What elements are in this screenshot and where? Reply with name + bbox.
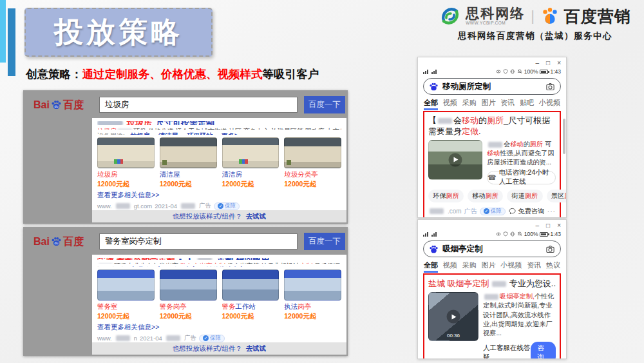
- sike-network-name: 思科网络: [466, 6, 525, 20]
- baidu-logo-cn: 百度: [63, 237, 84, 247]
- attr-link[interactable]: 交通警务亭: [131, 266, 163, 267]
- product-card-row: 垃圾房 12000元起 清洁屋 12000元起 清洁房 12000元起 垃圾分类…: [97, 137, 341, 189]
- product-card[interactable]: 警务工作站 12000元起: [222, 270, 279, 321]
- baidu-logo: Bai du 百度: [33, 236, 93, 247]
- product-card[interactable]: 垃圾房 12000元起: [97, 137, 155, 189]
- ad-title-keyword[interactable]: 盐城 警务室岗亭定制: [97, 258, 175, 260]
- product-card[interactable]: 清洁屋 12000元起: [160, 137, 217, 189]
- phone-consult-button[interactable]: ☎ 电话咨询:24小时人工在线: [487, 171, 556, 184]
- mobile-ad-card-highlighted[interactable]: 盐城 吸烟亭定制 专业为您设.. 00:36 吸烟亭定制,个性化定制,款式时尚新…: [423, 273, 561, 359]
- desc-keyword: 移动: [487, 150, 500, 157]
- try-it-link[interactable]: 去试试: [246, 212, 267, 221]
- scrollbar[interactable]: [563, 119, 565, 154]
- tab-images[interactable]: 图片: [481, 260, 495, 273]
- attr-link[interactable]: 环保驿站: [187, 132, 213, 135]
- shield-icon: [503, 69, 508, 74]
- attr-more-link[interactable]: 更多>: [222, 132, 238, 135]
- bell-off-icon: [517, 231, 522, 237]
- card-title-kw: 警务岗亭: [160, 302, 187, 310]
- tab-all[interactable]: 全部: [424, 98, 438, 110]
- vibrate-icon: [510, 69, 515, 74]
- tab-images[interactable]: 图片: [481, 98, 495, 110]
- try-it-link[interactable]: 去试试: [246, 344, 267, 353]
- product-card[interactable]: 执法岗亭 12000元起: [284, 270, 341, 321]
- desc-keyword: 移动: [510, 141, 523, 148]
- more-options-icon[interactable]: ···: [547, 208, 556, 215]
- ad-desc-keyword: 警务室岗亭定制: [180, 262, 225, 263]
- signal-icon: [431, 70, 437, 74]
- result-tabs: 全部 视频 采购 图片 资讯 贴吧 小视频: [423, 98, 561, 110]
- card-title-kw: 警务室: [97, 302, 118, 310]
- camera-icon[interactable]: [545, 82, 555, 92]
- product-card[interactable]: 警务室 12000元起: [97, 270, 155, 321]
- attr-link[interactable]: 城管执法岗亭: [206, 266, 245, 267]
- search-query-text: 移动厕所定制: [442, 81, 542, 92]
- mobile-search-bar[interactable]: 吸烟亭定制: [423, 240, 561, 257]
- close-button[interactable]: ×: [557, 60, 561, 66]
- product-card[interactable]: 警务岗亭 12000元起: [160, 270, 217, 321]
- tag-button[interactable]: 景区厕所: [547, 190, 567, 202]
- ad-title-keyword[interactable]: 垃圾房: [127, 121, 152, 125]
- blurred-text: [438, 118, 452, 124]
- close-button[interactable]: ×: [557, 222, 561, 229]
- tab-mini-video[interactable]: 小视频: [539, 98, 560, 110]
- see-more-link[interactable]: 查看更多相关信息>>: [97, 191, 341, 200]
- desktop-serp-screenshot-police-booth: Bai du 百度 警务室岗亭定制 百度一下 盐城 警务室岗亭定制 - 【 定制…: [23, 227, 348, 356]
- ad-title[interactable]: 【会移动的厕所_尺寸可根据需要量身定做.: [428, 115, 556, 137]
- ad-label: 广告: [464, 207, 477, 216]
- maximize-button[interactable]: □: [546, 222, 550, 229]
- tab-video[interactable]: 视频: [443, 98, 457, 110]
- ad-title[interactable]: 垃圾房 尺寸可按需定制: [97, 121, 341, 125]
- mobile-search-bar[interactable]: 移动厕所定制: [423, 78, 561, 95]
- ad-title[interactable]: 盐城 警务室岗亭定制 - 【 定制 稳固耐用: [97, 258, 341, 260]
- tab-procurement[interactable]: 采购: [462, 260, 477, 273]
- phone-icon: ☎: [488, 173, 497, 182]
- search-input[interactable]: 警务室岗亭定制: [99, 233, 298, 250]
- consult-button[interactable]: 咨询: [531, 342, 556, 359]
- result-tabs: 全部 视频 采购 图片 小视频 资讯 热议: [423, 260, 561, 273]
- tab-procurement[interactable]: 采购: [462, 98, 477, 110]
- attr-link[interactable]: 垃圾房: [131, 132, 150, 135]
- card-price: 12000元起: [284, 312, 341, 321]
- maximize-button[interactable]: □: [546, 60, 550, 66]
- product-card[interactable]: 垃圾分类亭 12000元起: [284, 137, 341, 189]
- baidu-logo-du: du: [54, 241, 58, 245]
- tab-news[interactable]: 资讯: [500, 98, 515, 110]
- assurance-badge: ✓保障: [214, 202, 240, 210]
- tag-button[interactable]: 环保厕所: [428, 190, 464, 202]
- tab-hot[interactable]: 热议: [546, 260, 560, 273]
- baidu-marketing-wordmark: 百度营销: [564, 6, 631, 27]
- blurred-icon: [166, 335, 180, 341]
- tab-video[interactable]: 视频: [443, 260, 457, 273]
- ad-desc-tail: ,品质保证,终身维护,...: [312, 262, 341, 263]
- ad-title-link[interactable]: 定制 稳固耐用: [217, 258, 270, 260]
- baidu-search-button[interactable]: 百度一下: [304, 233, 345, 250]
- tag-button[interactable]: 街道厕所: [507, 190, 542, 202]
- baidu-search-button[interactable]: 百度一下: [304, 96, 345, 113]
- minimize-button[interactable]: –: [536, 60, 540, 66]
- tab-tieba[interactable]: 贴吧: [520, 98, 534, 110]
- camera-icon[interactable]: [545, 244, 555, 254]
- minimize-button[interactable]: –: [536, 222, 540, 229]
- attr-more-link[interactable]: 更多>: [254, 266, 270, 267]
- tab-news[interactable]: 资讯: [527, 260, 541, 273]
- search-query-text: 警务室岗亭定制: [105, 236, 162, 247]
- ad-title-link[interactable]: 尺寸可按需定制: [156, 121, 214, 125]
- phone-consult-label: 电话咨询:24小时人工在线: [499, 168, 555, 186]
- tag-button[interactable]: 移动厕所: [468, 190, 503, 202]
- ad-title[interactable]: 盐城 吸烟亭定制 专业为您设..: [428, 278, 556, 289]
- play-button[interactable]: [447, 310, 460, 324]
- play-button[interactable]: [449, 153, 462, 166]
- product-card[interactable]: 清洁房 12000元起: [222, 137, 279, 189]
- see-more-link[interactable]: 查看更多相关信息>>: [97, 323, 341, 332]
- attr-link[interactable]: 清洁屋: [158, 132, 178, 135]
- attr-link[interactable]: 警务岗亭: [171, 266, 197, 267]
- tab-all[interactable]: 全部: [424, 260, 438, 273]
- card-title-post: 工作站: [236, 302, 256, 310]
- mobile-ad-card-highlighted[interactable]: 【会移动的厕所_尺寸可根据需要量身定做. 会移动的厕所 可移动性强,从而避免了因…: [423, 111, 561, 218]
- search-input[interactable]: 垃圾房: [99, 97, 298, 113]
- free-consult-link[interactable]: 免费咨询: [518, 207, 545, 216]
- tab-mini-video[interactable]: 小视频: [500, 260, 522, 273]
- tag-kw: 厕所: [486, 191, 499, 201]
- ad-title-link[interactable]: - 【: [179, 258, 193, 260]
